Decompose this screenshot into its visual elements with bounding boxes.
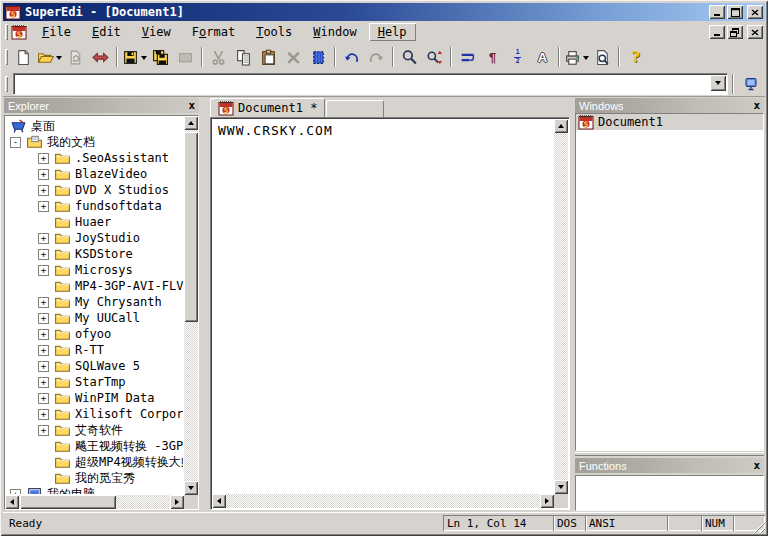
tree-item[interactable]: +JoyStudio (6, 230, 183, 246)
font-button[interactable]: A (530, 46, 555, 68)
view-in-browser-button[interactable] (738, 73, 763, 95)
inactive-tab[interactable] (326, 100, 384, 117)
print-button[interactable] (563, 46, 590, 68)
explorer-horizontal-scrollbar[interactable] (5, 495, 184, 509)
scroll-thumb[interactable] (184, 132, 198, 322)
tree-item[interactable]: +BlazeVideo (6, 166, 183, 182)
word-wrap-button[interactable] (455, 46, 480, 68)
print-preview-button[interactable] (590, 46, 615, 68)
expand-plus-icon[interactable]: + (38, 265, 49, 276)
title-bar[interactable]: S SuperEdi - [Document1] (3, 3, 765, 21)
scroll-right-button[interactable] (540, 494, 554, 508)
save-button[interactable] (121, 46, 148, 68)
editor-text-area[interactable]: WWW.CRSKY.COM (213, 120, 553, 493)
tree-item[interactable]: +fundsoftdata (6, 198, 183, 214)
undo-button[interactable] (339, 46, 364, 68)
tree-item[interactable]: +ofyoo (6, 326, 183, 342)
menu-file[interactable]: File (33, 23, 80, 41)
address-combobox[interactable] (13, 73, 728, 95)
tree-item[interactable]: +艾奇软件 (6, 422, 183, 438)
tree-item[interactable]: Huaer (6, 214, 183, 230)
tree-item[interactable]: -我的文档 (6, 134, 183, 150)
menu-edit[interactable]: Edit (83, 23, 130, 41)
scroll-thumb[interactable] (20, 495, 116, 509)
expand-plus-icon[interactable]: + (38, 313, 49, 324)
tree-item[interactable]: +R-TT (6, 342, 183, 358)
dropdown-arrow-icon[interactable] (583, 56, 589, 63)
expand-plus-icon[interactable]: + (38, 345, 49, 356)
tree-item[interactable]: +My UUCall (6, 310, 183, 326)
switch-file-button[interactable] (88, 46, 113, 68)
expand-plus-icon[interactable]: + (38, 169, 49, 180)
expand-plus-icon[interactable]: + (38, 185, 49, 196)
tree-item[interactable]: +StarTmp (6, 374, 183, 390)
new-file-button[interactable] (11, 46, 36, 68)
scroll-track[interactable] (554, 133, 568, 480)
maximize-button[interactable] (727, 5, 743, 19)
cut-button[interactable] (206, 46, 231, 68)
combobox-dropdown-button[interactable] (710, 75, 726, 91)
tree-item[interactable]: +.SeoAssistant (6, 150, 183, 166)
select-all-button[interactable] (306, 46, 331, 68)
expand-plus-icon[interactable]: + (10, 489, 21, 495)
tree-item[interactable]: MP4-3GP-AVI-FLV-RM (6, 278, 183, 294)
dropdown-arrow-icon[interactable] (56, 56, 62, 63)
expand-plus-icon[interactable]: + (38, 425, 49, 436)
find-button[interactable] (397, 46, 422, 68)
menu-view[interactable]: View (133, 23, 180, 41)
functions-splitter[interactable] (575, 452, 764, 456)
tree-item[interactable]: 飚王视频转换 -3GP-M (6, 438, 183, 454)
delete-button[interactable] (281, 46, 306, 68)
tree-item[interactable]: 我的觅宝秀 (6, 470, 183, 486)
expand-plus-icon[interactable]: + (38, 153, 49, 164)
menu-help[interactable]: Help (369, 23, 416, 41)
save-workspace-button[interactable] (173, 46, 198, 68)
document-icon[interactable]: S (11, 24, 27, 40)
redo-button[interactable] (364, 46, 389, 68)
expand-plus-icon[interactable]: + (38, 393, 49, 404)
save-all-button[interactable] (148, 46, 173, 68)
explorer-close-icon[interactable]: x (188, 100, 195, 111)
line-numbers-button[interactable]: 12 (505, 46, 530, 68)
expand-plus-icon[interactable]: + (38, 201, 49, 212)
minimize-button[interactable] (709, 5, 725, 19)
tree-item[interactable]: +SQLWave 5 (6, 358, 183, 374)
toolbar-grip[interactable] (5, 49, 8, 65)
tree-item[interactable]: +My Chrysanth (6, 294, 183, 310)
expand-plus-icon[interactable]: + (38, 361, 49, 372)
close-button[interactable] (747, 5, 763, 19)
mdi-restore-button[interactable] (727, 25, 743, 39)
scroll-right-button[interactable] (170, 495, 184, 509)
explorer-panel-header[interactable]: Explorer x (4, 98, 199, 113)
toolbar-grip[interactable] (5, 76, 8, 92)
dropdown-arrow-icon[interactable] (141, 56, 147, 63)
expand-plus-icon[interactable]: + (38, 409, 49, 420)
functions-panel-header[interactable]: Functions x (575, 458, 764, 473)
scroll-up-button[interactable] (184, 116, 198, 130)
paste-button[interactable] (256, 46, 281, 68)
menu-window[interactable]: Window (304, 23, 365, 41)
scroll-up-button[interactable] (554, 119, 568, 133)
windows-list-item[interactable]: SDocument1 (576, 114, 763, 130)
reload-button[interactable] (63, 46, 88, 68)
expand-plus-icon[interactable]: + (38, 297, 49, 308)
windows-close-icon[interactable]: x (753, 100, 760, 111)
scroll-left-button[interactable] (5, 495, 19, 509)
explorer-splitter[interactable] (200, 96, 209, 512)
open-file-button[interactable] (36, 46, 63, 68)
tree-item[interactable]: +Xilisoft Corporati (6, 406, 183, 422)
mdi-minimize-button[interactable] (709, 25, 725, 39)
menu-format[interactable]: Format (183, 23, 244, 41)
copy-button[interactable] (231, 46, 256, 68)
scroll-track[interactable] (226, 494, 540, 508)
editor-vertical-scrollbar[interactable] (554, 119, 568, 494)
windows-panel-header[interactable]: Windows x (575, 98, 764, 113)
toolbar-grip[interactable] (5, 24, 8, 40)
menu-tools[interactable]: Tools (247, 23, 301, 41)
expand-plus-icon[interactable]: + (38, 233, 49, 244)
editor-horizontal-scrollbar[interactable] (212, 494, 554, 508)
mdi-close-button[interactable] (747, 25, 763, 39)
show-paragraphs-button[interactable]: ¶ (480, 46, 505, 68)
help-button[interactable]: ? (623, 46, 648, 68)
expand-plus-icon[interactable]: + (38, 249, 49, 260)
